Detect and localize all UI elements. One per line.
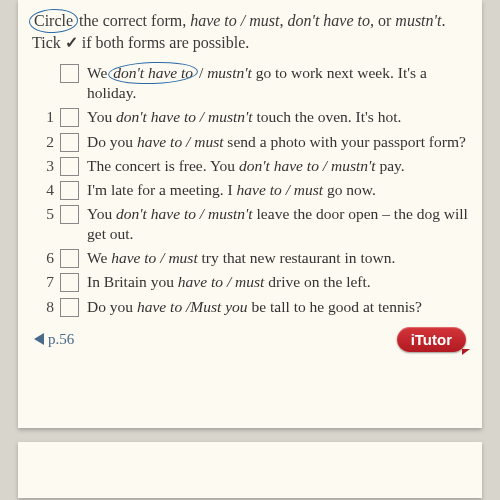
pre: In Britain you — [87, 273, 178, 290]
item-number: 6 — [38, 248, 54, 268]
pre: I'm late for a meeting. I — [87, 181, 237, 198]
checkbox[interactable] — [60, 108, 79, 127]
item-number: 5 — [38, 204, 54, 224]
list-item: 6 We have to / must try that new restaur… — [38, 248, 468, 268]
item-text: The concert is free. You don't have to /… — [87, 156, 468, 176]
list-item: 8 Do you have to /Must you be tall to he… — [38, 297, 468, 317]
choice: have to / must — [178, 273, 265, 290]
instr-text: the correct form, — [75, 12, 190, 29]
instr-tail2: if both forms are possible. — [78, 34, 250, 51]
choice: don't have to / mustn't — [116, 205, 253, 222]
item-text: We have to / must try that new restauran… — [87, 248, 468, 268]
item-number: 1 — [38, 107, 54, 127]
item-text: You don't have to / mustn't touch the ov… — [87, 107, 468, 127]
page-footer: p.56 iTutor — [32, 327, 468, 352]
checkbox[interactable] — [60, 133, 79, 152]
post: pay. — [376, 157, 405, 174]
checkbox[interactable] — [60, 249, 79, 268]
choice: have to / must — [111, 249, 198, 266]
list-item: 2 Do you have to / must send a photo wit… — [38, 132, 468, 152]
item-text: In Britain you have to / must drive on t… — [87, 272, 468, 292]
list-item: 4 I'm late for a meeting. I have to / mu… — [38, 180, 468, 200]
item-list: We don't have to / mustn't go to work ne… — [38, 63, 468, 317]
circled-instruction-word: Circle — [32, 10, 75, 32]
instr-or: or — [374, 12, 395, 29]
item-text: You don't have to / mustn't leave the do… — [87, 204, 468, 244]
exercise-page: Circle the correct form, have to / must,… — [18, 0, 482, 428]
checkbox[interactable] — [60, 157, 79, 176]
item-number: 7 — [38, 272, 54, 292]
instructions: Circle the correct form, have to / must,… — [32, 10, 468, 53]
list-item: 3 The concert is free. You don't have to… — [38, 156, 468, 176]
itutor-button[interactable]: iTutor — [397, 327, 466, 352]
page-ref[interactable]: p.56 — [34, 331, 74, 348]
item-text: Do you have to /Must you be tall to he g… — [87, 297, 468, 317]
choice: have to / must — [137, 133, 224, 150]
item-number: 8 — [38, 297, 54, 317]
item-number: 2 — [38, 132, 54, 152]
post: be tall to he good at tennis? — [248, 298, 422, 315]
item-number: 3 — [38, 156, 54, 176]
post: touch the oven. It's hot. — [253, 108, 402, 125]
item-number: 4 — [38, 180, 54, 200]
circled-answer: don't have to — [111, 63, 195, 83]
choice: don't have to / mustn't — [116, 108, 253, 125]
list-item: 1 You don't have to / mustn't touch the … — [38, 107, 468, 127]
choice: have to / must — [237, 181, 324, 198]
pre: The concert is free. You — [87, 157, 239, 174]
item-text: I'm late for a meeting. I have to / must… — [87, 180, 468, 200]
pre: Do you — [87, 133, 137, 150]
pre: You — [87, 108, 116, 125]
checkbox[interactable] — [60, 205, 79, 224]
item-text: We don't have to / mustn't go to work ne… — [87, 63, 468, 103]
post: send a photo with your passport form? — [223, 133, 465, 150]
instr-mustnt: mustn't — [395, 12, 441, 29]
instr-forms: have to / must, don't have to, — [190, 12, 374, 29]
list-item: 7 In Britain you have to / must drive on… — [38, 272, 468, 292]
pre: We — [87, 249, 111, 266]
item-text: Do you have to / must send a photo with … — [87, 132, 468, 152]
choice: don't have to / mustn't — [239, 157, 376, 174]
checkbox[interactable] — [60, 298, 79, 317]
blank-card — [18, 442, 482, 498]
post: drive on the left. — [264, 273, 370, 290]
tick-symbol: ✓ — [65, 34, 78, 51]
alt-text: mustn't — [207, 64, 252, 81]
pre: You — [87, 205, 116, 222]
checkbox[interactable] — [60, 64, 79, 83]
checkbox[interactable] — [60, 273, 79, 292]
post: try that new restaurant in town. — [198, 249, 396, 266]
pre: Do you — [87, 298, 137, 315]
example-item: We don't have to / mustn't go to work ne… — [38, 63, 468, 103]
post: go now. — [323, 181, 376, 198]
checkbox[interactable] — [60, 181, 79, 200]
page-ref-label: p.56 — [48, 331, 74, 348]
list-item: 5 You don't have to / mustn't leave the … — [38, 204, 468, 244]
choice: have to /Must you — [137, 298, 248, 315]
back-arrow-icon — [34, 333, 44, 345]
